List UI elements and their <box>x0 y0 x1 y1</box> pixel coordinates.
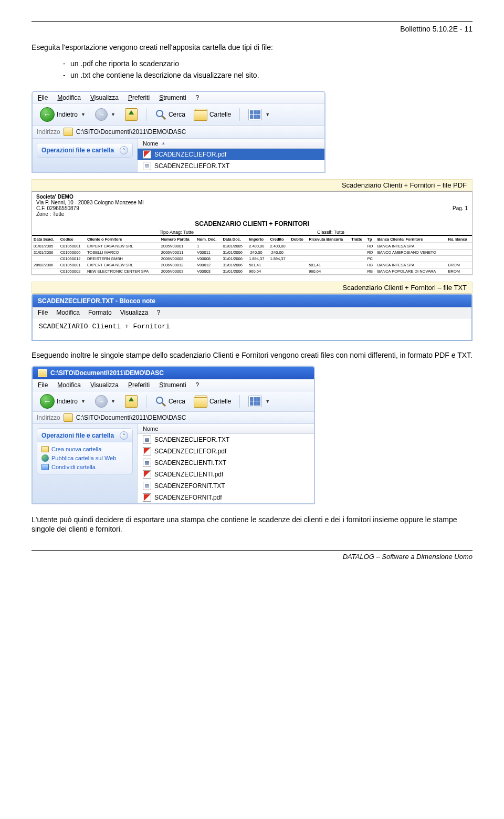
bullet-1: un .pdf che riporta lo scadenzario <box>63 58 472 69</box>
file-row[interactable]: SCADENZECLIEFOR.TXT <box>138 160 324 172</box>
views-icon <box>248 396 262 407</box>
tasks-header: Operazioni file e cartella <box>41 432 114 439</box>
views-button[interactable]: ▼ <box>245 108 273 121</box>
svg-point-0 <box>156 110 163 117</box>
caret-down-icon: ▼ <box>81 112 86 117</box>
menu-fav[interactable]: Preferiti <box>128 381 150 389</box>
col-name[interactable]: Nome <box>143 140 158 147</box>
titlebar-path: C:\SITO\Documenti\2011\DEMO\DASC <box>50 369 164 377</box>
menu-tools[interactable]: Strumenti <box>159 381 186 389</box>
menu-tools[interactable]: Strumenti <box>159 94 186 101</box>
notepad-window: SCADENZECLIEFOR.TXT - Blocco note File M… <box>32 294 472 341</box>
mid-paragraph: Eseguendo inoltre le singole stampe dell… <box>32 350 472 360</box>
search-button[interactable]: Cerca <box>152 108 188 121</box>
pdf-row: 31/01/2006C01050006TOSELLI MARCO2006V000… <box>32 249 472 255</box>
address-path: C:\SITO\Documenti\2011\DEMO\DASC <box>76 414 186 421</box>
file-row[interactable]: SCADENZECLIEFOR.TXT <box>138 434 314 445</box>
search-button[interactable]: Cerca <box>152 395 188 408</box>
collapse-icon[interactable]: ⌃ <box>120 146 128 154</box>
caret-down-icon: ▼ <box>111 112 116 117</box>
views-button[interactable]: ▼ <box>245 395 273 408</box>
file-name: SCADENZEFORNIT.TXT <box>154 482 225 490</box>
folder-icon <box>41 446 49 452</box>
col-name[interactable]: Nome <box>143 426 158 432</box>
pdf-file-icon <box>143 150 151 159</box>
file-row[interactable]: SCADENZECLIENTI.pdf <box>138 469 314 480</box>
forward-button[interactable]: → ▼ <box>92 107 119 122</box>
caption-txt: Scadenziario Clienti + Fornitori – file … <box>32 282 472 294</box>
explorer-window-1: File Modifica Visualizza Preferiti Strum… <box>32 91 326 173</box>
views-icon <box>248 109 262 120</box>
address-label: Indirizzo <box>37 414 60 421</box>
file-row[interactable]: SCADENZEFORNIT.TXT <box>138 480 314 492</box>
task-label: Crea nuova cartella <box>51 446 101 452</box>
task-label: Condividi cartella <box>51 464 96 470</box>
np-menu-help[interactable]: ? <box>157 309 161 316</box>
file-name: SCADENZEFORNIT.pdf <box>154 494 222 501</box>
folders-icon <box>195 109 207 120</box>
task-label: Pubblica cartella sul Web <box>51 455 116 461</box>
caret-down-icon: ▼ <box>111 399 116 404</box>
file-name: SCADENZECLIEFOR.TXT <box>154 162 229 170</box>
pdf-col-header: Data Doc. <box>221 235 247 243</box>
menu-view[interactable]: Visualizza <box>90 94 119 101</box>
pdf-col-header: Debito <box>290 235 308 243</box>
up-button[interactable] <box>122 394 141 409</box>
folders-button[interactable]: Cartelle <box>192 108 234 121</box>
txt-file-icon <box>143 436 151 444</box>
pdf-row: 01/01/2005C01050001EXPERT CASA NEW SRL20… <box>32 243 472 249</box>
pdf-file-icon <box>143 493 151 502</box>
file-name: SCADENZECLIEFOR.pdf <box>154 151 226 158</box>
file-row[interactable]: SCADENZECLIEFOR.pdf <box>138 149 324 160</box>
back-button[interactable]: ← Indietro ▼ <box>37 393 89 410</box>
intro-paragraph: Eseguita l'esportazione vengono creati n… <box>32 43 472 53</box>
txt-file-icon <box>143 459 151 467</box>
pdf-row: C01050012DREISTERN GMBH2006V00008V000083… <box>32 255 472 262</box>
folder-icon <box>64 128 73 136</box>
tasks-header: Operazioni file e cartella <box>41 147 114 154</box>
menu-edit[interactable]: Modifica <box>57 381 81 389</box>
notepad-content: SCADENZIARIO Clienti + Fornitori <box>33 318 471 340</box>
task-item[interactable]: Condividi cartella <box>41 463 128 471</box>
forward-button[interactable]: → ▼ <box>92 394 119 409</box>
address-label: Indirizzo <box>37 128 60 136</box>
pdf-col-header: Codice <box>59 235 86 243</box>
back-button[interactable]: ← Indietro ▼ <box>37 106 89 123</box>
pdf-pag: Pag. 1 <box>453 205 468 211</box>
up-icon <box>125 395 138 408</box>
menu-fav[interactable]: Preferiti <box>128 94 150 101</box>
bullet-2: un .txt che contiene la descrizione da v… <box>63 69 472 81</box>
menu-help[interactable]: ? <box>196 94 200 101</box>
collapse-icon[interactable]: ⌃ <box>120 431 128 440</box>
file-row[interactable]: SCADENZEFORNIT.pdf <box>138 492 314 503</box>
menu-help[interactable]: ? <box>196 381 200 389</box>
pdf-col-header: Tratte <box>350 235 365 243</box>
search-icon <box>155 396 166 407</box>
pdf-col-header: Ricevuta Bancaria <box>307 235 350 243</box>
folders-button[interactable]: Cartelle <box>192 395 234 408</box>
np-menu-edit[interactable]: Modifica <box>56 309 80 316</box>
file-row[interactable]: SCADENZECLIENTI.TXT <box>138 457 314 469</box>
svg-point-2 <box>156 397 163 403</box>
task-item[interactable]: Pubblica cartella sul Web <box>41 453 128 463</box>
back-label: Indietro <box>57 111 78 118</box>
np-menu-view[interactable]: Visualizza <box>120 309 149 316</box>
menu-edit[interactable]: Modifica <box>57 94 81 101</box>
menu-file[interactable]: File <box>38 94 48 101</box>
up-icon <box>125 108 138 121</box>
np-menu-format[interactable]: Formato <box>88 309 112 316</box>
pdf-col-header: Banca Cliente/ Fornitore <box>376 235 447 243</box>
pdf-file-icon <box>143 470 151 479</box>
folders-icon <box>195 396 207 407</box>
task-item[interactable]: Crea nuova cartella <box>41 445 128 453</box>
file-name: SCADENZECLIENTI.pdf <box>154 471 223 478</box>
pdf-col-header: Data Scad. <box>32 235 59 243</box>
np-menu-file[interactable]: File <box>38 309 48 316</box>
search-label: Cerca <box>169 111 185 118</box>
file-row[interactable]: SCADENZECLIEFOR.pdf <box>138 445 314 457</box>
pdf-col-header: Tp <box>366 235 376 243</box>
menu-view[interactable]: Visualizza <box>90 381 119 389</box>
back-icon: ← <box>40 394 55 409</box>
menu-file[interactable]: File <box>38 381 48 389</box>
up-button[interactable] <box>122 107 141 122</box>
